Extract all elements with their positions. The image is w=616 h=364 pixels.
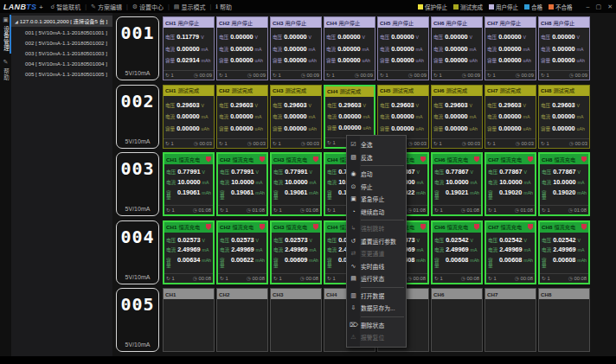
channel-card-001-CH5[interactable]: CH5用户停止电压0.00000V电流0.00000mA容量0.00000uAh… bbox=[377, 16, 429, 80]
channel-card-002-CH7[interactable]: CH7测试完成电压0.29603V电流0.00000mA容量0.00000uAh… bbox=[484, 85, 536, 149]
context-menu-item-全选[interactable]: ☑全选 bbox=[347, 138, 406, 151]
menu-显示模式[interactable]: ▤显示模式 bbox=[171, 3, 209, 11]
channel-card-001-CH3[interactable]: CH3用户停止电压0.00000V电流0.00000mA容量0.00000uAh… bbox=[270, 16, 322, 80]
channel-card-003-CH6[interactable]: CH6恒流充电电压0.77867V电流10.0000mA容量0.19021mAh… bbox=[431, 152, 483, 216]
field-value: 2.49969 bbox=[231, 246, 253, 252]
field-label: 电压 bbox=[166, 170, 176, 176]
device-tile-003[interactable]: 0035V/10mA bbox=[116, 152, 159, 216]
time-value: 00:08 bbox=[305, 276, 318, 281]
minimize-button[interactable]: – bbox=[587, 3, 590, 10]
channel-card-004-CH8[interactable]: CH8恒流充电电压0.02542V电流2.49969mA容量0.00608mAh… bbox=[538, 220, 590, 284]
time-value: 00:08 bbox=[466, 276, 479, 281]
tree-item-device[interactable]: 001 [ 5V/10mA-1.1-20180501001 ] bbox=[11, 27, 112, 37]
context-menu-item-继续启动[interactable]: ◔继续启动 bbox=[347, 206, 406, 219]
field-label: 电流 bbox=[434, 248, 444, 253]
channel-card-005-CH8[interactable]: CH8 bbox=[538, 288, 590, 352]
field-unit: mA bbox=[255, 48, 262, 52]
channel-card-001-CH1[interactable]: CH1用户停止电压0.11779V电流0.00000mA容量0.02914mAh… bbox=[163, 16, 215, 80]
channel-card-002-CH2[interactable]: CH2测试完成电压0.29603V电流0.00000mA容量0.00000uAh… bbox=[216, 85, 268, 149]
channel-card-004-CH7[interactable]: CH7恒流充电电压0.02542V电流2.49969mA容量0.00608mAh… bbox=[484, 220, 536, 284]
time-value: 00:09 bbox=[199, 73, 212, 78]
menu-智能联机[interactable]: ☌智能联机 bbox=[48, 3, 84, 11]
tree-expand-icon[interactable]: ◢ bbox=[15, 19, 18, 24]
field-value: 0.02914 bbox=[176, 57, 199, 63]
context-menu-item-启动[interactable]: ◉启动 bbox=[347, 168, 406, 181]
menu-方案编辑[interactable]: ✎方案编辑 bbox=[88, 3, 125, 11]
context-menu-item-数据另存为[interactable]: ⇩数据另存为... bbox=[347, 302, 406, 315]
cycle-count: ↻ 1 bbox=[326, 73, 335, 78]
tree-item-device[interactable]: 003 [ 5V/10mA-1.1-20180501003 ] bbox=[11, 48, 112, 58]
field-current: 电流0.00000mA bbox=[433, 46, 480, 53]
channel-card-footer: ↻ 1◷ 01:08 bbox=[540, 205, 588, 214]
channel-card-002-CH6[interactable]: CH6测试完成电压0.29603V电流0.00000mA容量0.00000uAh… bbox=[431, 85, 483, 149]
channel-card-004-CH2[interactable]: CH2恒流充电电压0.02573V电流2.49969mA容量0.00622mAh… bbox=[216, 220, 268, 284]
protection-shield-icon bbox=[260, 224, 265, 230]
channel-card-005-CH2[interactable]: CH2 bbox=[216, 288, 268, 352]
channel-card-005-CH3[interactable]: CH3 bbox=[270, 288, 322, 352]
field-value: 2.49969 bbox=[553, 246, 575, 252]
field-label: 容量 bbox=[327, 126, 337, 131]
field-value: 0.77867 bbox=[499, 169, 522, 175]
channel-card-003-CH1[interactable]: CH1恒流充电电压0.77991V电流10.0000mA容量0.19061mAh… bbox=[163, 152, 215, 216]
field-value: 0.00000 bbox=[230, 34, 253, 40]
channel-card-001-CH8[interactable]: CH8用户停止电压0.00000V电流0.00000mA容量0.00000uAh… bbox=[538, 16, 590, 80]
device-tile-004[interactable]: 0045V/10mA bbox=[116, 220, 159, 284]
channel-card-001-CH4[interactable]: CH4用户停止电压0.00000V电流0.00000mA容量0.00000uAh… bbox=[324, 16, 375, 80]
channel-card-004-CH3[interactable]: CH3恒流充电电压0.02573V电流2.49969mA容量0.00609mAh… bbox=[270, 220, 322, 284]
device-tile-005[interactable]: 0055V/10mA bbox=[116, 288, 159, 352]
field-label: 容量 bbox=[380, 59, 389, 64]
maximize-button[interactable]: ▢ bbox=[596, 3, 602, 10]
channel-card-005-CH1[interactable]: CH1 bbox=[163, 288, 215, 352]
channel-card-005-CH7[interactable]: CH7 bbox=[484, 288, 536, 352]
context-menu-item-运行状态[interactable]: ▤运行状态 bbox=[347, 272, 406, 285]
channel-card-002-CH3[interactable]: CH3测试完成电压0.29603V电流0.00000mA容量0.00000uAh… bbox=[270, 85, 322, 149]
app-logo: LANBTS + bbox=[3, 3, 43, 11]
channel-card-001-CH7[interactable]: CH7用户停止电压0.00000V电流0.00000mA容量0.00000uAh… bbox=[484, 16, 536, 80]
context-menu-item-重置运行参数[interactable]: ↺重置运行参数 bbox=[347, 235, 406, 248]
channel-card-003-CH2[interactable]: CH2恒流充电电压0.77991V电流10.0000mA容量0.19061mAh… bbox=[216, 152, 268, 216]
tree-item-device[interactable]: 005 [ 5V/10mA-1.1-20180501005 ] bbox=[11, 68, 112, 79]
context-menu-item-实时曲线[interactable]: ∿实时曲线 bbox=[347, 260, 406, 273]
context-menu-item-停止[interactable]: ⊙停止 bbox=[347, 181, 406, 194]
channel-card-005-CH6[interactable]: CH6 bbox=[431, 288, 483, 352]
channel-card-003-CH8[interactable]: CH8恒流充电电压0.77867V电流10.0000mA容量0.19020mAh… bbox=[538, 152, 590, 216]
channel-card-002-CH1[interactable]: CH1测试完成电压0.29603V电流0.00000mA容量0.00000uAh… bbox=[163, 85, 215, 149]
time-value: 00:09 bbox=[414, 73, 427, 78]
field-value: 0.00000 bbox=[391, 34, 414, 40]
field-value: 0.00000 bbox=[337, 57, 360, 63]
context-menu-item-反选[interactable]: ▨反选 bbox=[347, 151, 406, 164]
context-menu-item-删除状态[interactable]: ⌦删除状态 bbox=[347, 319, 406, 332]
time-value: 00:03 bbox=[414, 141, 427, 146]
channel-card-002-CH8[interactable]: CH8测试完成电压0.29603V电流0.00000mA容量0.00000uAh… bbox=[538, 85, 590, 149]
close-button[interactable]: ✕ bbox=[607, 3, 613, 10]
protection-shield-icon bbox=[581, 156, 587, 163]
cycle-value: 1 bbox=[493, 208, 496, 213]
menu-设置中心[interactable]: ⚙设置中心 bbox=[130, 3, 166, 11]
display-mode-icon: ▤ bbox=[174, 3, 180, 10]
tree-item-device[interactable]: 002 [ 5V/10mA-1.1-20180501002 ] bbox=[11, 37, 112, 48]
device-tree-root[interactable]: ◢ 127.0.0.1:2001,2000 [ 连接设备5 台 ] bbox=[11, 16, 112, 27]
field-value: 0.00000 bbox=[284, 113, 306, 119]
context-menu-item-打开数据[interactable]: ▥打开数据 bbox=[347, 290, 406, 303]
channel-card-004-CH1[interactable]: CH1恒流充电电压0.02573V电流2.49969mA容量0.00634mAh… bbox=[163, 220, 215, 284]
field-unit: uAh bbox=[309, 127, 317, 131]
channel-state-label: 用户停止 bbox=[446, 19, 467, 27]
side-tab-帮助[interactable]: ✎帮助 bbox=[0, 55, 11, 85]
channel-card-003-CH3[interactable]: CH3恒流充电电压0.77991V电流10.0000mA容量0.19061mAh… bbox=[270, 152, 322, 216]
channel-card-header: CH4测试完成 bbox=[325, 86, 374, 97]
field-current: 电流0.00000mA bbox=[165, 46, 212, 53]
device-tile-002[interactable]: 0025V/10mA bbox=[116, 85, 159, 149]
menu-帮助[interactable]: ℹ帮助 bbox=[213, 3, 234, 11]
channel-card-footer: ↻ 1◷ 00:09 bbox=[485, 70, 536, 80]
cycle-value: 1 bbox=[225, 276, 228, 281]
side-tab-设备管理[interactable]: ▣设备管理 bbox=[0, 13, 11, 55]
device-tile-001[interactable]: 0015V/10mA bbox=[116, 16, 159, 80]
tree-item-device[interactable]: 004 [ 5V/10mA-1.1-20180501004 ] bbox=[11, 58, 112, 68]
channel-card-003-CH7[interactable]: CH7恒流充电电压0.77867V电流10.0000mA容量0.19020mAh… bbox=[484, 152, 536, 216]
channel-card-001-CH6[interactable]: CH6用户停止电压0.00000V电流0.00000mA容量0.00000uAh… bbox=[431, 16, 483, 80]
channel-card-footer: ↻ 1◷ 00:03 bbox=[539, 138, 589, 148]
channel-card-001-CH2[interactable]: CH2用户停止电压0.00000V电流0.00000mA容量0.00000uAh… bbox=[216, 16, 268, 80]
context-menu-item-紧急停止[interactable]: ▣紧急停止 bbox=[347, 193, 406, 206]
device-spec: 5V/10mA bbox=[125, 70, 151, 76]
channel-card-004-CH6[interactable]: CH6恒流充电电压0.02542V电流2.49969mA容量0.00608mAh… bbox=[431, 220, 483, 284]
